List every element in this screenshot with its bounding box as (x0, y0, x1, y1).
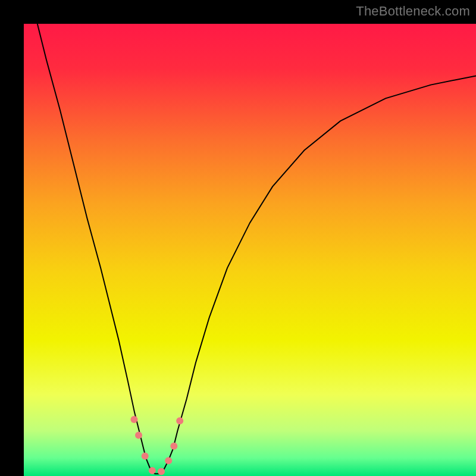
valley-marker (170, 443, 177, 450)
valley-marker (149, 467, 156, 474)
valley-marker (135, 432, 142, 439)
valley-marker (142, 453, 149, 460)
chart-frame: TheBottleneck.com (0, 0, 476, 476)
valley-marker (130, 416, 137, 423)
valley-marker (176, 417, 183, 424)
valley-marker (165, 457, 172, 464)
watermark-text: TheBottleneck.com (356, 4, 470, 19)
valley-marker (158, 468, 165, 475)
bottleneck-chart (24, 24, 476, 476)
plot-area (24, 24, 476, 476)
